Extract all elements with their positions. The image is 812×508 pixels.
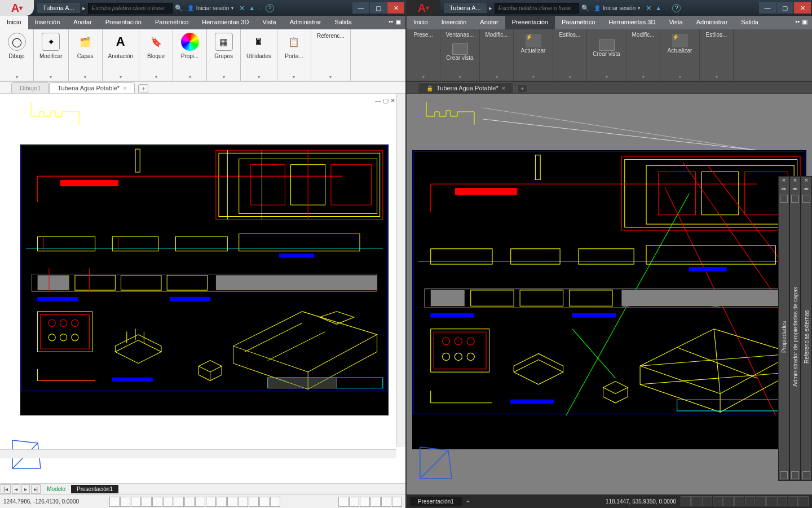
doc-tab-tuberia[interactable]: 🔒Tuberia Agua Potable*× bbox=[418, 82, 514, 93]
panel-bloque[interactable]: 🔖Bloque▾ bbox=[139, 29, 173, 81]
panel-portapapeles[interactable]: 📋Porta...▾ bbox=[277, 29, 311, 81]
sb-btn[interactable] bbox=[798, 496, 809, 506]
layout-prev-icon[interactable]: ◂ bbox=[12, 484, 20, 494]
sb-btn[interactable] bbox=[195, 497, 205, 507]
sb-btn[interactable] bbox=[756, 496, 766, 506]
search-icon[interactable]: 🔍 bbox=[175, 5, 183, 12]
drawing-canvas[interactable]: —▢✕ bbox=[0, 94, 405, 483]
palette-layers-icon[interactable] bbox=[791, 471, 799, 479]
sb-btn[interactable] bbox=[723, 496, 734, 506]
panel-estilos[interactable]: Estilos...▾ bbox=[553, 29, 587, 81]
vertical-scrollbar[interactable] bbox=[396, 94, 405, 447]
menu-presentacion[interactable]: Presentación bbox=[99, 16, 148, 29]
sb-btn[interactable] bbox=[227, 497, 237, 507]
panel-grupos[interactable]: ▦Grupos▾ bbox=[207, 29, 241, 81]
sb-btn[interactable] bbox=[788, 496, 798, 506]
panel-actualizar2[interactable]: ⚡Actualizar▾ bbox=[660, 29, 700, 81]
layout-last-icon[interactable]: ▸| bbox=[31, 484, 41, 494]
panel-referencia[interactable]: Referenc...▾ bbox=[311, 29, 351, 81]
sb-btn[interactable] bbox=[734, 496, 744, 506]
layout-presentacion1[interactable]: Presentación1 bbox=[71, 485, 118, 493]
keyword-search-input[interactable] bbox=[88, 3, 173, 14]
doc-tab-dibujo1[interactable]: Dibujo1 bbox=[11, 82, 49, 93]
vp-minimize-icon[interactable]: — bbox=[375, 97, 381, 104]
palette-pin-icon[interactable]: ◂▸ bbox=[792, 186, 798, 194]
palette-pin-icon[interactable]: ◂▸ bbox=[804, 186, 809, 194]
close-button[interactable]: ✕ bbox=[387, 2, 404, 14]
palette-menu-icon[interactable] bbox=[791, 195, 799, 203]
palette-close-icon[interactable]: × bbox=[782, 177, 785, 186]
menu-collapse-icon[interactable]: ▣ bbox=[395, 18, 401, 27]
exchange-icon[interactable]: ✕ bbox=[239, 4, 245, 12]
menu-parametrico[interactable]: Paramétrico bbox=[555, 16, 602, 29]
sb-btn[interactable] bbox=[370, 497, 381, 507]
menu-salida[interactable]: Salida bbox=[328, 16, 359, 29]
palette-capas[interactable]: × ◂▸ Administrador de propiedades de cap… bbox=[789, 176, 801, 481]
sign-in-button[interactable]: 👤 Iniciar sesión ▾ bbox=[594, 5, 640, 11]
menu-inicio[interactable]: Inicio bbox=[0, 16, 28, 29]
tab-play-icon[interactable]: ▸ bbox=[82, 5, 86, 12]
vp-maximize-icon[interactable]: ▢ bbox=[383, 97, 389, 104]
add-doc-tab[interactable]: + bbox=[517, 84, 527, 93]
sb-btn[interactable] bbox=[381, 497, 391, 507]
horizontal-scrollbar[interactable] bbox=[0, 449, 396, 458]
menu-presentacion[interactable]: Presentación bbox=[505, 16, 555, 29]
sb-btn[interactable] bbox=[174, 497, 184, 507]
menu-anotar[interactable]: Anotar bbox=[67, 16, 98, 29]
palette-xref-icon[interactable] bbox=[802, 471, 810, 479]
title-file-tab[interactable]: Tuberia A... bbox=[444, 3, 487, 13]
sb-btn[interactable] bbox=[713, 496, 723, 506]
sb-btn[interactable] bbox=[270, 497, 280, 507]
drawing-canvas[interactable]: × ◂▸ Propiedades × ◂▸ Administrador de p… bbox=[407, 94, 812, 494]
sb-btn[interactable] bbox=[238, 497, 248, 507]
layout-add-icon[interactable]: + bbox=[466, 498, 470, 505]
minimize-button[interactable]: — bbox=[759, 2, 776, 14]
menu-overflow-icon[interactable]: •• bbox=[795, 18, 800, 27]
menu-collapse-icon[interactable]: ▣ bbox=[802, 18, 807, 27]
doc-tab-tuberia[interactable]: Tuberia Agua Potable*× bbox=[49, 82, 135, 93]
panel-prese[interactable]: Prese...▾ bbox=[407, 29, 440, 81]
palette-menu-icon[interactable] bbox=[802, 195, 810, 203]
sb-btn[interactable] bbox=[392, 497, 402, 507]
sb-btn[interactable] bbox=[338, 497, 348, 507]
add-doc-tab[interactable]: + bbox=[138, 84, 148, 93]
menu-inicio[interactable]: Inicio bbox=[407, 16, 435, 29]
layout-modelo[interactable]: Modelo bbox=[41, 485, 71, 493]
tab-close-icon[interactable]: × bbox=[123, 85, 126, 91]
cloud-icon[interactable]: ▲ bbox=[655, 5, 661, 11]
panel-modific[interactable]: Modific...▾ bbox=[480, 29, 514, 81]
palette-pin-icon[interactable]: ◂▸ bbox=[781, 186, 787, 194]
sb-btn[interactable] bbox=[152, 497, 162, 507]
sb-btn[interactable] bbox=[184, 497, 195, 507]
tab-play-icon[interactable]: ▸ bbox=[489, 5, 492, 12]
sb-btn[interactable] bbox=[691, 496, 701, 506]
search-icon[interactable]: 🔍 bbox=[581, 5, 589, 12]
keyword-search-input[interactable] bbox=[495, 3, 579, 14]
palette-menu-icon[interactable] bbox=[780, 195, 788, 203]
sb-btn[interactable] bbox=[109, 497, 120, 507]
sb-btn[interactable] bbox=[163, 497, 173, 507]
menu-anotar[interactable]: Anotar bbox=[473, 16, 505, 29]
title-file-tab[interactable]: Tuberia A... bbox=[37, 3, 80, 13]
sb-btn[interactable] bbox=[120, 497, 130, 507]
panel-estilos2[interactable]: Estilos...▾ bbox=[700, 29, 734, 81]
sb-btn[interactable] bbox=[131, 497, 141, 507]
sb-btn[interactable] bbox=[349, 497, 359, 507]
minimize-button[interactable]: — bbox=[352, 2, 369, 14]
menu-salida[interactable]: Salida bbox=[734, 16, 765, 29]
cloud-icon[interactable]: ▲ bbox=[249, 5, 255, 11]
sb-btn[interactable] bbox=[681, 496, 691, 506]
sb-btn[interactable] bbox=[360, 497, 370, 507]
menu-insercion[interactable]: Inserción bbox=[435, 16, 474, 29]
help-icon[interactable]: ? bbox=[672, 4, 681, 12]
sb-btn[interactable] bbox=[259, 497, 270, 507]
menu-herramientas3d[interactable]: Herramientas 3D bbox=[195, 16, 255, 29]
menu-administrar[interactable]: Administrar bbox=[283, 16, 328, 29]
sb-btn[interactable] bbox=[777, 496, 787, 506]
menu-insercion[interactable]: Inserción bbox=[28, 16, 67, 29]
layout-next-icon[interactable]: ▸ bbox=[21, 484, 30, 494]
panel-dibujo[interactable]: ◯Dibujo▾ bbox=[0, 29, 34, 81]
tab-close-icon[interactable]: × bbox=[502, 85, 505, 91]
palette-props-icon[interactable] bbox=[780, 471, 788, 479]
sb-btn[interactable] bbox=[745, 496, 755, 506]
